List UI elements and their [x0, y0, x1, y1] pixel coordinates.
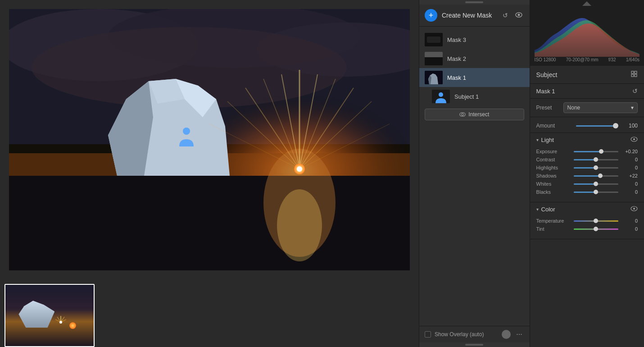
contrast-thumb[interactable]: [594, 157, 598, 162]
preset-value: None: [567, 105, 581, 111]
subject-item-1[interactable]: Subject 1: [419, 87, 530, 106]
highlights-slider[interactable]: [574, 167, 618, 169]
svg-rect-8: [9, 176, 410, 270]
contrast-slider[interactable]: [574, 159, 618, 160]
contrast-value: 0: [622, 157, 638, 162]
svg-rect-41: [425, 52, 443, 57]
blacks-row: Blacks 0: [536, 189, 638, 195]
svg-point-10: [277, 189, 322, 261]
photo-container: [0, 0, 419, 279]
preset-label: Preset: [536, 105, 559, 111]
amount-slider[interactable]: [576, 125, 616, 127]
scroll-knob-bottom: [465, 344, 483, 346]
highlights-label: Highlights: [536, 165, 570, 170]
svg-point-28: [297, 166, 302, 172]
subject-1-label: Subject 1: [454, 93, 479, 100]
svg-point-58: [633, 208, 635, 210]
tint-label: Tint: [536, 226, 570, 232]
blacks-slider[interactable]: [574, 192, 618, 193]
color-section-header[interactable]: ▾ Color: [530, 202, 644, 216]
amount-row: Amount 100: [530, 117, 644, 133]
reset-icon[interactable]: ↺: [501, 10, 510, 21]
lens-value: 70-200@70 mm: [566, 57, 599, 62]
color-eye-icon[interactable]: [630, 206, 638, 213]
iso-value: ISO 12800: [535, 57, 556, 62]
thumbnail-item[interactable]: [5, 284, 95, 347]
mask-3-label: Mask 3: [447, 37, 466, 43]
mask-panel-header: + Create New Mask ↺: [419, 5, 530, 27]
temperature-row: Temperature 0: [536, 218, 638, 224]
plus-icon: +: [429, 11, 434, 20]
light-section-header[interactable]: ▾ Light: [530, 133, 644, 147]
mask1-reset-icon[interactable]: ↺: [632, 87, 638, 95]
exposure-slider[interactable]: [574, 151, 618, 152]
exposure-thumb[interactable]: [599, 149, 603, 154]
right-panel: ISO 12800 70-200@70 mm f/32 1/640s Subje…: [530, 0, 644, 347]
shadows-thumb[interactable]: [598, 174, 603, 178]
histogram-canvas: [535, 12, 639, 57]
show-overlay-row: Show Overlay (auto) ···: [419, 326, 530, 342]
whites-label: Whites: [536, 181, 570, 187]
blacks-label: Blacks: [536, 189, 570, 195]
mask-header-icons: ↺: [501, 10, 524, 21]
whites-value: 0: [622, 181, 638, 187]
highlights-thumb[interactable]: [594, 165, 598, 170]
shadows-value: +22: [622, 173, 638, 178]
svg-rect-52: [635, 71, 637, 73]
color-chevron-icon: ▾: [536, 207, 539, 212]
mask-1-thumbnail: [425, 71, 443, 84]
photo-canvas[interactable]: [9, 9, 410, 270]
tint-thumb[interactable]: [594, 227, 598, 231]
mask-item-1[interactable]: Mask 1: [419, 68, 530, 87]
subject-section: Subject: [530, 66, 644, 84]
svg-rect-39: [427, 37, 440, 43]
overlay-color-picker[interactable]: [502, 330, 511, 339]
whites-row: Whites 0: [536, 181, 638, 187]
svg-rect-42: [425, 57, 443, 65]
svg-point-47: [439, 92, 443, 97]
svg-rect-54: [635, 74, 637, 77]
contrast-label: Contrast: [536, 157, 570, 162]
temperature-slider[interactable]: [574, 220, 618, 222]
subject-expand-icon[interactable]: [630, 70, 638, 79]
subject-1-thumbnail: [432, 90, 450, 103]
light-eye-icon[interactable]: [630, 137, 638, 143]
mask-2-thumbnail: [425, 52, 443, 65]
main-photo-area: [0, 0, 419, 347]
amount-value: 100: [620, 123, 638, 129]
mask-item-3[interactable]: Mask 3: [419, 30, 530, 49]
show-overlay-checkbox[interactable]: [425, 331, 431, 338]
camera-info: ISO 12800 70-200@70 mm f/32 1/640s: [535, 57, 639, 62]
whites-slider[interactable]: [574, 183, 618, 185]
scroll-up-arrow[interactable]: [582, 1, 591, 6]
intersect-button[interactable]: Intersect: [425, 109, 524, 120]
svg-point-56: [633, 138, 635, 140]
shutter-value: 1/640s: [626, 57, 639, 62]
create-mask-title: Create New Mask: [442, 12, 496, 19]
temperature-thumb[interactable]: [594, 219, 598, 223]
shadows-slider[interactable]: [574, 175, 618, 177]
light-section: ▾ Light Exposure +0.20 Contrast: [530, 133, 644, 202]
highlights-value: 0: [622, 165, 638, 170]
chevron-down-icon: ▾: [631, 105, 634, 111]
histogram: ISO 12800 70-200@70 mm f/32 1/640s: [530, 7, 644, 66]
blacks-value: 0: [622, 189, 638, 195]
mask-list: Mask 3 Mask 2 Mask 1: [419, 27, 530, 326]
exposure-row: Exposure +0.20: [536, 149, 638, 154]
preset-row: Preset None ▾: [530, 99, 644, 117]
add-mask-button[interactable]: +: [425, 9, 437, 22]
mask1-section: Mask 1 ↺: [530, 84, 644, 99]
blacks-thumb[interactable]: [594, 190, 598, 194]
svg-point-37: [517, 14, 520, 16]
more-options-button[interactable]: ···: [514, 330, 524, 338]
eye-icon[interactable]: [513, 10, 524, 21]
tint-value: 0: [622, 226, 638, 232]
tint-row: Tint 0: [536, 226, 638, 232]
mask-2-label: Mask 2: [447, 55, 466, 62]
whites-thumb[interactable]: [594, 182, 598, 186]
svg-point-35: [59, 321, 62, 324]
tint-slider[interactable]: [574, 228, 618, 230]
amount-thumb[interactable]: [613, 123, 618, 128]
mask-item-2[interactable]: Mask 2: [419, 49, 530, 68]
preset-select[interactable]: None ▾: [563, 102, 638, 113]
